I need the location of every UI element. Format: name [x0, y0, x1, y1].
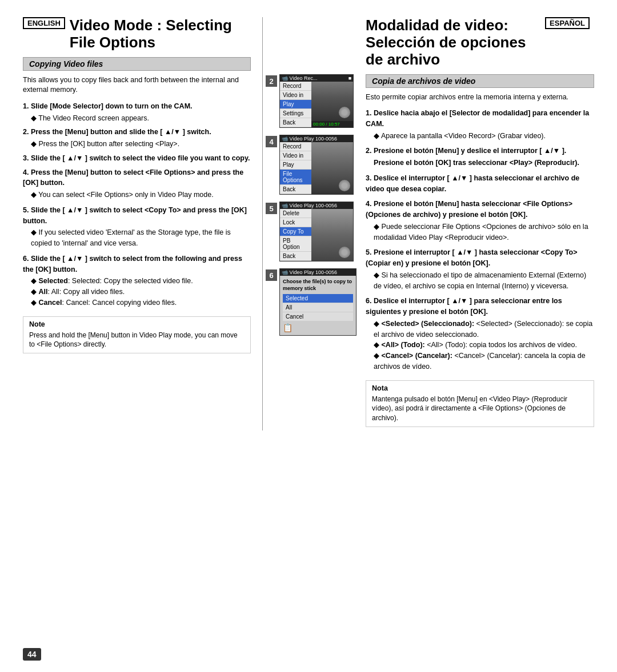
screen-4-menu: Record Video in Play File Options Back: [280, 142, 311, 194]
copy-dialog: Choose the file(s) to copy to memory sti…: [280, 276, 356, 335]
left-section-subtitle: Copying Video files: [23, 57, 251, 71]
left-header: ENGLISH Video Mode : Selecting File Opti…: [23, 17, 251, 51]
right-step-1: 1. Deslice hacia abajo el [Selector de m…: [366, 108, 594, 141]
screen-6-container: 6 📹 Video Play 100-0056 Choose the file(…: [266, 268, 351, 336]
screen-2-body: Record Video in Play Settings Back 00:00…: [280, 82, 353, 127]
menu-play: Play: [280, 100, 311, 109]
menu-record: Record: [280, 82, 311, 91]
menu5-copyto: Copy To: [280, 227, 311, 236]
step-4-text: 4. Press the [Menu] button to select <Fi…: [23, 167, 251, 200]
right-note-box: Nota Mantenga pulsado el botón [Menu] en…: [366, 380, 594, 427]
copy-options: Selected All Cancel: [283, 294, 353, 321]
left-note-text: Press and hold the [Menu] button in Vide…: [29, 331, 245, 350]
left-column: ENGLISH Video Mode : Selecting File Opti…: [23, 17, 263, 430]
step-6-text: 6. Slide the [ ▲/▼ ] switch to select fr…: [23, 253, 251, 308]
screen-5: 📹 Video Play 100-0056 Delete Lock Copy T…: [279, 202, 354, 261]
right-step-2: 2. Presione el botón [Menu] y deslice el…: [366, 146, 594, 168]
screen-2-preview: 00:00 / 10:57: [311, 82, 353, 127]
left-steps: 1. Slide [Mode Selector] down to turn on…: [23, 101, 251, 164]
step-3: 3. Slide the [ ▲/▼ ] switch to select th…: [23, 153, 251, 164]
right-steps-container: 1. Deslice hacia abajo el [Selector de m…: [366, 108, 594, 372]
step-5-text: 5. Slide the [ ▲/▼ ] switch to select <C…: [23, 205, 251, 249]
menu-back: Back: [280, 118, 311, 127]
left-main-title: Video Mode : Selecting File Options: [70, 17, 251, 51]
screen-6: 📹 Video Play 100-0056 Choose the file(s)…: [279, 268, 356, 336]
menu5-back: Back: [280, 252, 311, 261]
screen-2-container: 2 📹 Video Rec... ■ Record Video in Play …: [266, 74, 351, 128]
screen-2-menu: Record Video in Play Settings Back: [280, 82, 311, 127]
screen-5-header: 📹 Video Play 100-0056: [280, 202, 353, 209]
copy-option-cancel: Cancel: [283, 312, 353, 321]
menu4-back: Back: [280, 185, 311, 194]
right-section-subtitle: Copia de archivos de video: [366, 74, 594, 88]
screen-6-step-num: 6: [266, 269, 277, 281]
screen-2-step-num: 2: [266, 75, 277, 87]
right-note-text: Mantenga pulsado el botón [Menu] en <Vid…: [372, 395, 588, 423]
screen-2: 📹 Video Rec... ■ Record Video in Play Se…: [279, 74, 354, 128]
screen-5-step-num: 5: [266, 203, 277, 214]
screen-6-header: 📹 Video Play 100-0056: [280, 269, 356, 276]
menu4-videoin: Video in: [280, 151, 311, 160]
right-note-label: Nota: [372, 384, 588, 392]
menu5-lock: Lock: [280, 218, 311, 227]
screen-4-container: 4 📹 Video Play 100-0056 Record Video in …: [266, 135, 351, 195]
copy-icon-row: 📋: [283, 323, 353, 332]
screen-5-body: Delete Lock Copy To PB Option Back: [280, 209, 353, 261]
copy-dialog-title: Choose the file(s) to copy to memory sti…: [283, 279, 353, 292]
right-step-4: 4. Presione el botón [Menu] hasta selecc…: [366, 199, 594, 243]
screen-2-header: 📹 Video Rec... ■: [280, 75, 353, 82]
menu5-delete: Delete: [280, 209, 311, 218]
menu-videoin: Video in: [280, 91, 311, 100]
english-badge: ENGLISH: [23, 17, 65, 29]
right-header: Modalidad de video: Selección de opcione…: [366, 17, 594, 69]
screenshots-column: 2 📹 Video Rec... ■ Record Video in Play …: [263, 17, 354, 430]
right-column: Modalidad de video: Selección de opcione…: [354, 17, 594, 430]
screen-4-header: 📹 Video Play 100-0056: [280, 135, 353, 142]
screen-5-menu: Delete Lock Copy To PB Option Back: [280, 209, 311, 261]
video-thumbnail-4: [311, 142, 353, 194]
step-1: 1. Slide [Mode Selector] down to turn on…: [23, 101, 251, 124]
left-intro: This allows you to copy files back and f…: [23, 75, 251, 95]
step-4-row: 4. Press the [Menu] button to select <Fi…: [23, 167, 251, 200]
copy-icon: 📋: [283, 323, 293, 332]
screen-4-preview: [311, 142, 353, 194]
right-step-3: 3. Deslice el interruptor [ ▲/▼ ] hasta …: [366, 173, 594, 195]
menu4-fileoptions: File Options: [280, 170, 311, 185]
video-thumbnail-5: [311, 209, 353, 261]
menu4-play: Play: [280, 160, 311, 170]
menu4-record: Record: [280, 142, 311, 151]
step-3-title: 3. Slide the [ ▲/▼ ] switch to select th…: [23, 153, 251, 164]
right-intro: Esto permite copiar archivos entre la me…: [366, 92, 594, 103]
step-1-sub-0: ◆ The Video Record screen appears.: [31, 113, 251, 124]
espanol-badge: ESPAÑOL: [545, 17, 590, 29]
step-5-row: 5. Slide the [ ▲/▼ ] switch to select <C…: [23, 205, 251, 249]
menu-settings: Settings: [280, 109, 311, 118]
time-bar: 00:00 / 10:57: [311, 121, 353, 127]
screen-4-body: Record Video in Play File Options Back: [280, 142, 353, 194]
page: ENGLISH Video Mode : Selecting File Opti…: [0, 0, 617, 672]
left-note-box: Note Press and hold the [Menu] button in…: [23, 316, 251, 354]
left-note-label: Note: [29, 320, 245, 328]
step-2-sub-0: ◆ Press the [OK] button after selecting …: [31, 139, 251, 150]
right-step-5: 5. Presione el interruptor [ ▲/▼ ] hasta…: [366, 247, 594, 291]
copy-option-selected: Selected: [283, 294, 353, 303]
video-thumbnail: [311, 82, 353, 121]
step-1-title: 1. Slide [Mode Selector] down to turn on…: [23, 101, 251, 112]
step-2: 2. Press the [Menu] button and slide the…: [23, 127, 251, 150]
page-number: 44: [23, 648, 41, 661]
menu5-pboption: PB Option: [280, 236, 311, 252]
step-6-row: 6. Slide the [ ▲/▼ ] switch to select fr…: [23, 253, 251, 308]
screen-5-container: 5 📹 Video Play 100-0056 Delete Lock Copy…: [266, 202, 351, 261]
screen-4-step-num: 4: [266, 136, 277, 147]
screen-5-preview: [311, 209, 353, 261]
screen-4: 📹 Video Play 100-0056 Record Video in Pl…: [279, 135, 354, 195]
right-step-6: 6. Deslice el interruptor [ ▲/▼ ] para s…: [366, 296, 594, 372]
step-2-title: 2. Press the [Menu] button and slide the…: [23, 127, 251, 138]
right-main-title: Modalidad de video: Selección de opcione…: [366, 17, 540, 69]
copy-option-all: All: [283, 303, 353, 312]
